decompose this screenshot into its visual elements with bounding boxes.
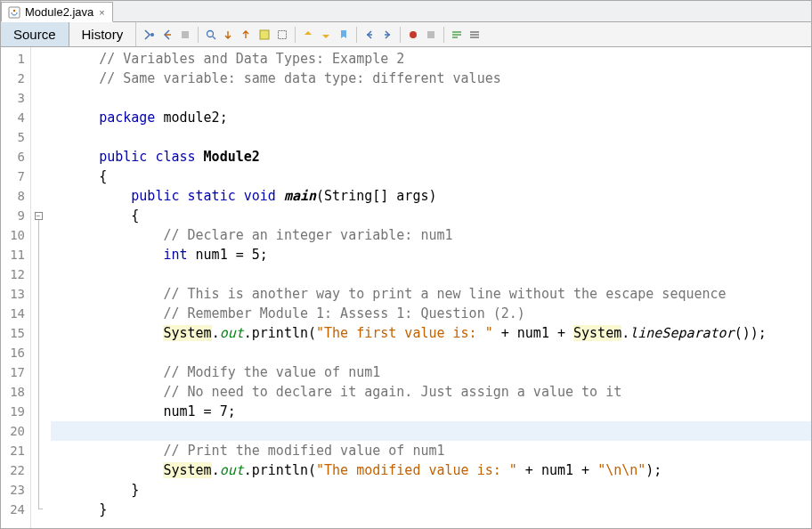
line-number: 5 bbox=[1, 127, 30, 147]
code-line[interactable]: // Remember Module 1: Assess 1: Question… bbox=[51, 304, 811, 323]
next-bookmark-icon[interactable] bbox=[318, 27, 334, 43]
line-number: 15 bbox=[1, 323, 30, 343]
line-number: 3 bbox=[1, 88, 30, 108]
code-line[interactable]: public static void main(String[] args) bbox=[51, 186, 811, 206]
line-number: 9 bbox=[1, 206, 30, 225]
line-number-gutter: 123456789101112131415161718192021222324 bbox=[1, 47, 31, 528]
line-number: 13 bbox=[1, 284, 30, 304]
toolbar-separator bbox=[295, 27, 296, 43]
code-line[interactable]: } bbox=[51, 480, 811, 500]
code-line[interactable] bbox=[51, 421, 811, 441]
last-edit-icon[interactable] bbox=[142, 27, 158, 43]
line-number: 10 bbox=[1, 225, 30, 245]
code-line[interactable]: { bbox=[51, 206, 811, 225]
toggle-highlight-icon[interactable] bbox=[256, 27, 272, 43]
code-line[interactable] bbox=[51, 88, 811, 108]
svg-rect-3 bbox=[182, 31, 189, 38]
code-line[interactable]: System.out.println("The modified value i… bbox=[51, 460, 811, 480]
code-line[interactable]: package module2; bbox=[51, 108, 811, 127]
prev-bookmark-icon[interactable] bbox=[300, 27, 316, 43]
line-number: 8 bbox=[1, 186, 30, 206]
find-next-icon[interactable] bbox=[239, 27, 255, 43]
comment-icon[interactable] bbox=[449, 27, 465, 43]
editor-toolbar-row: Source History bbox=[1, 22, 811, 47]
code-line[interactable]: // Variables and Data Types: Example 2 bbox=[51, 49, 811, 69]
java-file-icon bbox=[7, 5, 21, 20]
code-line[interactable]: // No need to declare it again. Just ass… bbox=[51, 382, 811, 402]
code-line[interactable]: System.out.println("The first value is: … bbox=[51, 323, 811, 343]
code-line[interactable]: // This is another way to print a new li… bbox=[51, 284, 811, 304]
close-tab-icon[interactable]: × bbox=[97, 7, 106, 18]
code-line[interactable]: // Modify the value of num1 bbox=[51, 362, 811, 382]
svg-rect-6 bbox=[279, 30, 287, 38]
line-number: 11 bbox=[1, 245, 30, 264]
code-line[interactable]: int num1 = 5; bbox=[51, 245, 811, 264]
line-number: 16 bbox=[1, 343, 30, 362]
code-line[interactable]: num1 = 7; bbox=[51, 402, 811, 421]
line-number: 12 bbox=[1, 264, 30, 284]
line-number: 7 bbox=[1, 167, 30, 186]
line-number: 24 bbox=[1, 500, 30, 519]
back-icon[interactable] bbox=[159, 27, 175, 43]
line-number: 19 bbox=[1, 402, 30, 421]
line-number: 4 bbox=[1, 108, 30, 127]
code-line[interactable]: { bbox=[51, 167, 811, 186]
code-line[interactable] bbox=[51, 343, 811, 362]
code-editor[interactable]: 123456789101112131415161718192021222324 … bbox=[1, 47, 811, 528]
line-number: 21 bbox=[1, 441, 30, 460]
svg-point-4 bbox=[207, 30, 214, 37]
line-number: 20 bbox=[1, 421, 30, 441]
find-prev-icon[interactable] bbox=[221, 27, 237, 43]
code-line[interactable]: // Declare an integer variable: num1 bbox=[51, 225, 811, 245]
svg-point-8 bbox=[410, 31, 417, 38]
shift-right-icon[interactable] bbox=[379, 27, 395, 43]
svg-rect-5 bbox=[260, 30, 269, 39]
uncomment-icon[interactable] bbox=[467, 27, 483, 43]
toolbar-separator bbox=[198, 27, 199, 43]
toggle-rect-select-icon[interactable] bbox=[274, 27, 290, 43]
line-number: 18 bbox=[1, 382, 30, 402]
line-number: 23 bbox=[1, 480, 30, 500]
tab-history[interactable]: History bbox=[69, 22, 137, 46]
line-number: 1 bbox=[1, 49, 30, 69]
code-line[interactable]: public class Module2 bbox=[51, 147, 811, 167]
file-tab-label: Module2.java bbox=[25, 5, 93, 19]
line-number: 2 bbox=[1, 69, 30, 88]
find-selection-icon[interactable] bbox=[203, 27, 219, 43]
toggle-bookmark-icon[interactable] bbox=[336, 27, 352, 43]
line-number: 6 bbox=[1, 147, 30, 167]
tab-bar: Module2.java × bbox=[1, 1, 811, 22]
code-line[interactable]: // Print the modified value of num1 bbox=[51, 441, 811, 460]
stop-macro-icon[interactable] bbox=[423, 27, 439, 43]
code-line[interactable]: // Same variable: same data type: differ… bbox=[51, 69, 811, 88]
code-area[interactable]: // Variables and Data Types: Example 2 /… bbox=[45, 47, 811, 528]
line-number: 17 bbox=[1, 362, 30, 382]
code-line[interactable]: } bbox=[51, 500, 811, 519]
toolbar-separator bbox=[356, 27, 357, 43]
toolbar-separator bbox=[400, 27, 401, 43]
line-number: 22 bbox=[1, 460, 30, 480]
code-line[interactable] bbox=[51, 264, 811, 284]
svg-point-2 bbox=[150, 33, 154, 37]
svg-rect-0 bbox=[9, 7, 20, 18]
tab-source[interactable]: Source bbox=[1, 22, 69, 46]
forward-icon[interactable] bbox=[177, 27, 193, 43]
svg-point-1 bbox=[13, 9, 15, 11]
editor-toolbar bbox=[136, 22, 483, 46]
fold-toggle-icon[interactable]: − bbox=[35, 212, 43, 220]
start-macro-icon[interactable] bbox=[405, 27, 421, 43]
svg-rect-9 bbox=[427, 31, 434, 38]
toolbar-separator bbox=[443, 27, 444, 43]
line-number: 14 bbox=[1, 304, 30, 323]
shift-left-icon[interactable] bbox=[361, 27, 378, 43]
code-line[interactable] bbox=[51, 127, 811, 147]
file-tab[interactable]: Module2.java × bbox=[1, 2, 113, 22]
fold-gutter: − bbox=[31, 47, 45, 528]
